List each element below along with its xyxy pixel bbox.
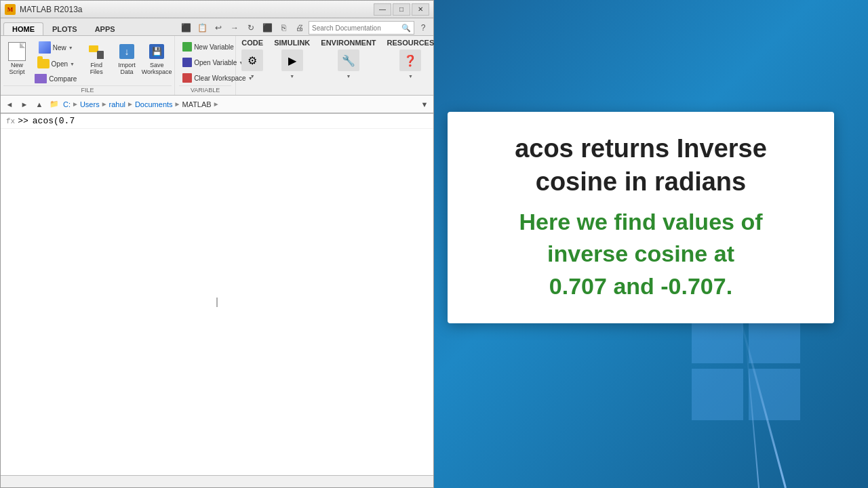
open-icon bbox=[37, 59, 50, 68]
new-label: New bbox=[53, 44, 66, 52]
ribbon: HOME PLOTS APPS ⬛ 📋 ↩ → ↻ ⬛ ⎘ 🖨 🔍 ? bbox=[1, 18, 433, 114]
resources-dropdown-arrow: ▼ bbox=[408, 74, 413, 79]
qa-btn-5[interactable]: ↻ bbox=[243, 20, 258, 35]
ribbon-tab-bar: HOME PLOTS APPS ⬛ 📋 ↩ → ↻ ⬛ ⎘ 🖨 🔍 ? bbox=[1, 18, 433, 36]
command-prompt-line: fx >> acos(0.7 bbox=[1, 114, 433, 129]
prompt-symbol: >> bbox=[18, 116, 28, 126]
nav-forward-button[interactable]: ► bbox=[18, 98, 31, 110]
compare-label: Compare bbox=[49, 75, 77, 83]
simulink-section-label: SIMULINK bbox=[274, 39, 310, 47]
search-input[interactable] bbox=[312, 24, 400, 32]
simulink-dropdown-arrow: ▼ bbox=[290, 74, 294, 79]
environment-dropdown-arrow: ▼ bbox=[346, 74, 351, 79]
code-section-icon: ⚙ bbox=[241, 49, 263, 71]
matlab-icon: M bbox=[5, 4, 16, 15]
nav-up-button[interactable]: ▲ bbox=[33, 98, 45, 110]
breadcrumb: C: ► Users ► rahul ► Documents ► MATLAB … bbox=[63, 100, 416, 108]
resources-section-icon: ❓ bbox=[399, 49, 421, 71]
new-icon bbox=[39, 41, 51, 54]
status-bar bbox=[1, 475, 433, 487]
qa-btn-1[interactable]: ⬛ bbox=[178, 20, 193, 35]
info-desc-line3: 0.707 and -0.707. bbox=[549, 273, 732, 299]
matlab-window: M MATLAB R2013a — □ ✕ HOME PLOTS APPS ⬛ … bbox=[0, 0, 434, 488]
qa-btn-6[interactable]: ⬛ bbox=[260, 20, 275, 35]
environment-section-label: ENVIRONMENT bbox=[321, 39, 376, 47]
breadcrumb-rahul[interactable]: rahul bbox=[109, 100, 125, 108]
open-variable-button[interactable]: Open Variable ▼ bbox=[179, 56, 231, 69]
fx-label: fx bbox=[6, 117, 15, 125]
qa-btn-7[interactable]: ⎘ bbox=[276, 20, 291, 35]
new-script-icon bbox=[7, 42, 26, 61]
tab-plots[interactable]: PLOTS bbox=[43, 22, 86, 35]
command-input-text: acos(0.7 bbox=[33, 116, 75, 126]
find-files-label: Find Files bbox=[84, 62, 108, 76]
new-button[interactable]: New ▼ bbox=[32, 39, 79, 56]
new-script-button[interactable]: NewScript bbox=[3, 39, 31, 79]
info-card: acos returns Inverse cosine in radians H… bbox=[448, 112, 834, 323]
address-bar: ◄ ► ▲ 📁 C: ► Users ► rahul ► Documents ►… bbox=[1, 96, 433, 113]
search-box: 🔍 bbox=[309, 21, 414, 35]
command-window[interactable]: fx >> acos(0.7 bbox=[1, 114, 433, 475]
save-workspace-label: SaveWorkspace bbox=[142, 62, 172, 76]
info-desc-line2: inverse cosine at bbox=[547, 241, 734, 266]
save-workspace-icon: 💾 bbox=[147, 42, 166, 61]
compare-button[interactable]: Compare bbox=[32, 72, 79, 85]
close-button[interactable]: ✕ bbox=[412, 3, 429, 16]
open-variable-icon bbox=[182, 58, 192, 67]
breadcrumb-documents[interactable]: Documents bbox=[135, 100, 173, 108]
info-card-description: Here we find values of inverse cosine at… bbox=[471, 206, 810, 303]
qa-btn-2[interactable]: 📋 bbox=[195, 20, 210, 35]
open-label: Open bbox=[52, 60, 68, 68]
breadcrumb-users[interactable]: Users bbox=[80, 100, 100, 108]
find-files-icon bbox=[87, 42, 106, 61]
nav-dropdown-button[interactable]: ▼ bbox=[418, 98, 431, 110]
find-files-button[interactable]: Find Files bbox=[81, 39, 112, 79]
resources-section-label: RESOURCES bbox=[387, 39, 435, 47]
new-variable-label: New Variable bbox=[194, 43, 234, 51]
qa-btn-3[interactable]: ↩ bbox=[211, 20, 226, 35]
clear-workspace-button[interactable]: Clear Workspace ▼ bbox=[179, 71, 231, 85]
file-group-label: FILE bbox=[3, 85, 172, 94]
nav-back-button[interactable]: ◄ bbox=[3, 98, 16, 110]
qa-btn-4[interactable]: → bbox=[227, 20, 242, 35]
save-workspace-button[interactable]: 💾 SaveWorkspace bbox=[142, 39, 172, 79]
search-icon[interactable]: 🔍 bbox=[401, 24, 411, 33]
code-dropdown-arrow: ▼ bbox=[250, 74, 255, 79]
new-variable-icon bbox=[182, 42, 192, 52]
environment-section-icon: 🔧 bbox=[338, 49, 359, 71]
new-script-label: NewScript bbox=[9, 62, 25, 76]
info-title-line1: acos returns Inverse bbox=[515, 134, 767, 163]
title-bar-left: M MATLAB R2013a bbox=[5, 4, 83, 15]
minimize-button[interactable]: — bbox=[374, 3, 391, 16]
new-dropdown-arrow: ▼ bbox=[68, 45, 73, 50]
import-data-icon: ↓ bbox=[117, 42, 136, 61]
breadcrumb-matlab: MATLAB bbox=[182, 100, 211, 108]
info-desc-line1: Here we find values of bbox=[519, 209, 763, 235]
qa-btn-8[interactable]: 🖨 bbox=[292, 20, 307, 35]
code-section-label: CODE bbox=[241, 39, 263, 47]
help-btn[interactable]: ? bbox=[416, 20, 431, 35]
maximize-button[interactable]: □ bbox=[393, 3, 410, 16]
info-title-line2: cosine in radians bbox=[536, 167, 746, 196]
open-variable-label: Open Variable bbox=[194, 59, 237, 66]
title-bar: M MATLAB R2013a — □ ✕ bbox=[1, 1, 433, 18]
command-body[interactable] bbox=[1, 129, 433, 475]
window-title: MATLAB R2013a bbox=[20, 5, 83, 14]
variable-group-label: VARIABLE bbox=[179, 85, 231, 94]
breadcrumb-c[interactable]: C: bbox=[63, 100, 71, 108]
window-controls: — □ ✕ bbox=[374, 3, 429, 16]
simulink-section-icon: ▶ bbox=[281, 49, 303, 71]
open-button[interactable]: Open ▼ bbox=[32, 57, 79, 70]
tab-apps[interactable]: APPS bbox=[86, 22, 124, 35]
clear-workspace-icon bbox=[182, 73, 192, 83]
nav-folder-button[interactable]: 📁 bbox=[48, 98, 60, 110]
tab-home[interactable]: HOME bbox=[3, 22, 43, 35]
info-card-title: acos returns Inverse cosine in radians bbox=[471, 132, 810, 199]
import-data-label: ImportData bbox=[118, 62, 136, 76]
open-dropdown-arrow: ▼ bbox=[70, 62, 75, 66]
import-data-button[interactable]: ↓ ImportData bbox=[113, 39, 140, 79]
compare-icon bbox=[35, 74, 47, 83]
cursor bbox=[217, 298, 218, 307]
new-variable-button[interactable]: New Variable bbox=[179, 40, 231, 54]
